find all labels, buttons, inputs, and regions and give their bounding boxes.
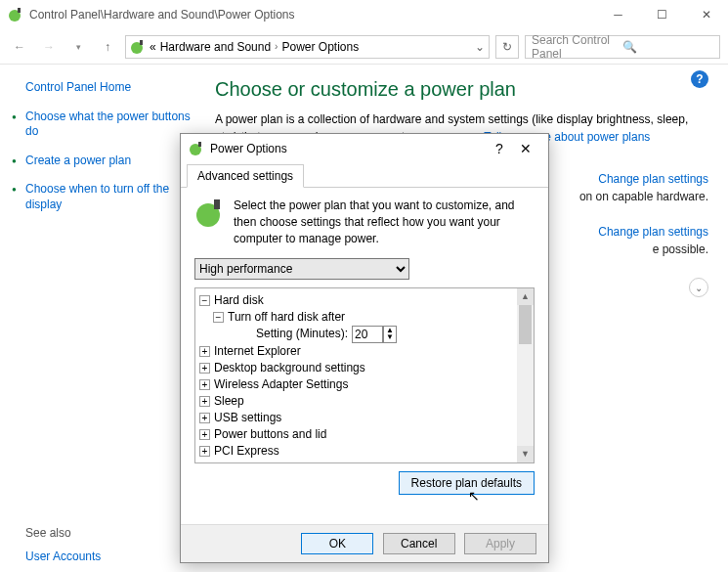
tree-wireless[interactable]: Wireless Adapter Settings: [214, 377, 348, 391]
back-button[interactable]: ←: [8, 35, 31, 59]
link-create-plan[interactable]: Create a power plan: [25, 154, 195, 169]
text-capable: on on capable hardware.: [579, 190, 708, 203]
expand-icon[interactable]: +: [199, 429, 210, 440]
tree-sleep[interactable]: Sleep: [214, 394, 244, 408]
tree-ie[interactable]: Internet Explorer: [214, 344, 301, 358]
maximize-button[interactable]: ☐: [640, 0, 684, 29]
address-dropdown-icon[interactable]: ⌄: [475, 40, 485, 54]
scroll-thumb[interactable]: [519, 305, 532, 344]
svg-rect-5: [198, 142, 201, 147]
expand-icon[interactable]: +: [199, 396, 210, 407]
tree-usb[interactable]: USB settings: [214, 411, 281, 424]
search-icon: 🔍: [622, 40, 713, 54]
minimize-button[interactable]: ─: [596, 0, 640, 29]
expand-icon[interactable]: +: [199, 346, 210, 357]
link-turn-off-display[interactable]: Choose when to turn off the display: [25, 182, 195, 212]
power-plan-select[interactable]: High performance: [194, 258, 409, 280]
dialog-close-button[interactable]: ✕: [511, 141, 540, 156]
power-icon: [194, 198, 226, 229]
crumb-power[interactable]: Power Options: [281, 40, 359, 54]
text-possible: e possible.: [653, 242, 708, 256]
power-icon: [8, 7, 23, 22]
dialog-help-button[interactable]: ?: [488, 141, 511, 156]
see-also-heading: See also: [25, 526, 195, 540]
tree-pci[interactable]: PCI Express: [214, 444, 279, 458]
ok-button[interactable]: OK: [301, 533, 373, 554]
collapse-icon[interactable]: −: [199, 295, 210, 306]
tree-cpu[interactable]: Processor power management: [214, 461, 373, 463]
dialog-instructions: Select the power plan that you want to c…: [234, 198, 535, 246]
cursor-icon: ↖: [468, 488, 480, 504]
svg-rect-7: [214, 199, 220, 209]
settings-tree: −Hard disk −Turn off hard disk after Set…: [194, 287, 535, 463]
expand-icon[interactable]: +: [199, 462, 210, 463]
refresh-button[interactable]: ↻: [495, 35, 519, 59]
title-path: Control Panel\Hardware and Sound\Power O…: [29, 8, 596, 22]
up-button[interactable]: ↑: [96, 35, 119, 59]
expand-icon[interactable]: +: [199, 446, 210, 457]
power-icon: [130, 39, 146, 55]
change-plan-link-1[interactable]: Change plan settings: [598, 172, 708, 186]
expand-icon[interactable]: +: [199, 363, 210, 374]
crumb-prefix: «: [150, 40, 156, 54]
dialog-title: Power Options: [210, 142, 488, 155]
link-power-buttons[interactable]: Choose what the power buttons do: [25, 110, 195, 140]
expand-icon[interactable]: +: [199, 379, 210, 390]
scroll-down-icon[interactable]: ▼: [517, 446, 534, 462]
search-placeholder: Search Control Panel: [532, 33, 622, 61]
page-heading: Choose or customize a power plan: [215, 78, 708, 101]
spinner-buttons[interactable]: ▲▼: [383, 326, 397, 343]
expand-section-icon[interactable]: ⌄: [689, 278, 708, 297]
setting-value-input[interactable]: 20: [352, 326, 383, 343]
link-user-accounts[interactable]: User Accounts: [25, 550, 195, 565]
tree-turn-off-hd[interactable]: Turn off hard disk after: [228, 310, 345, 324]
search-input[interactable]: Search Control Panel 🔍: [525, 35, 720, 59]
power-options-dialog: Power Options ? ✕ Advanced settings Sele…: [180, 133, 549, 563]
tree-power-buttons[interactable]: Power buttons and lid: [214, 427, 326, 441]
chevron-right-icon: ›: [275, 41, 278, 52]
power-icon: [189, 141, 204, 156]
restore-defaults-button[interactable]: Restore plan defaults ↖: [399, 471, 535, 495]
control-panel-home-link[interactable]: Control Panel Home: [25, 80, 195, 96]
tree-desktop-bg[interactable]: Desktop background settings: [214, 361, 365, 374]
scroll-up-icon[interactable]: ▲: [517, 288, 534, 305]
change-plan-link-2[interactable]: Change plan settings: [598, 225, 708, 239]
forward-button[interactable]: →: [37, 35, 61, 59]
svg-rect-1: [18, 8, 21, 13]
address-bar[interactable]: « Hardware and Sound › Power Options ⌄: [125, 35, 490, 59]
scrollbar[interactable]: ▲ ▼: [517, 288, 534, 462]
tree-hard-disk[interactable]: Hard disk: [214, 293, 264, 307]
cancel-button[interactable]: Cancel: [383, 533, 455, 554]
crumb-hardware[interactable]: Hardware and Sound: [160, 40, 271, 54]
help-icon[interactable]: ?: [691, 70, 708, 88]
expand-icon[interactable]: +: [199, 413, 210, 423]
history-dropdown[interactable]: ▾: [66, 35, 90, 59]
setting-label: Setting (Minutes):: [256, 328, 348, 341]
close-button[interactable]: ✕: [684, 0, 728, 29]
svg-rect-3: [140, 40, 143, 45]
apply-button[interactable]: Apply: [464, 533, 536, 554]
tab-advanced-settings[interactable]: Advanced settings: [187, 164, 304, 188]
collapse-icon[interactable]: −: [213, 312, 224, 323]
